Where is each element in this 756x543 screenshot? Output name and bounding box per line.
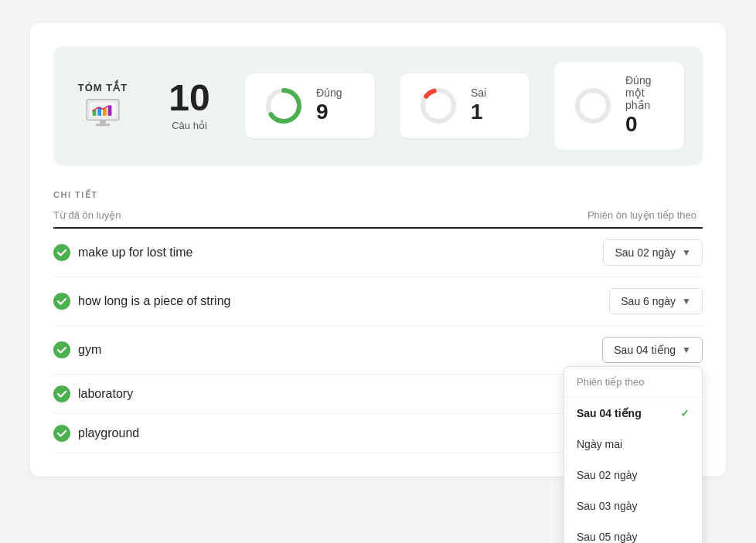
- wrong-stat-card: Sai 1: [400, 73, 530, 138]
- word-cell-2: how long is a piece of string: [53, 277, 447, 325]
- dropdown-option-5[interactable]: Sau 05 ngày: [564, 521, 702, 543]
- check-circle-icon-3: [53, 341, 70, 358]
- wrong-value: 1: [471, 99, 486, 125]
- dropdown-menu-3: Phiên tiếp theo Sau 04 tiếng ✓ Ngày mai: [564, 366, 703, 543]
- table-header-row: Từ đã ôn luyện Phiên ôn luyện tiếp theo: [53, 209, 703, 228]
- partial-stat-info: Đúng một phần 0: [625, 74, 666, 137]
- chevron-icon-2: ▼: [682, 296, 691, 307]
- table-row: gym Sau 04 tiếng ▼: [53, 325, 703, 374]
- dropdown-1: Sau 02 ngày ▼: [603, 239, 703, 266]
- dropdown-value-1: Sau 02 ngày: [615, 246, 676, 259]
- chevron-icon-1: ▼: [682, 247, 691, 258]
- col-schedule-header: Phiên ôn luyện tiếp theo: [447, 209, 703, 228]
- dropdown-option-4[interactable]: Sau 03 ngày: [564, 490, 702, 521]
- dropdown-option-header: Phiên tiếp theo: [564, 367, 702, 398]
- col-word-header: Từ đã ôn luyện: [53, 209, 447, 228]
- word-text-1: make up for lost time: [78, 246, 193, 260]
- word-text-3: gym: [78, 343, 101, 357]
- check-circle-icon-5: [53, 425, 70, 442]
- svg-point-17: [53, 425, 70, 442]
- check-circle-icon-4: [53, 385, 70, 402]
- dropdown-value-3: Sau 04 tiếng: [614, 344, 676, 356]
- svg-rect-7: [95, 124, 110, 127]
- word-cell-3: gym: [53, 325, 447, 374]
- partial-value: 0: [625, 111, 666, 137]
- summary-title-block: TÓM TẮT: [72, 82, 134, 129]
- svg-point-12: [577, 90, 608, 121]
- correct-stat-card: Đúng 9: [245, 73, 375, 138]
- dropdown-btn-1[interactable]: Sau 02 ngày ▼: [603, 239, 703, 266]
- schedule-cell-3: Sau 04 tiếng ▼ Phiên tiếp theo: [447, 325, 703, 374]
- dropdown-option-1[interactable]: Sau 04 tiếng ✓: [564, 398, 702, 429]
- correct-stat-info: Đúng 9: [316, 87, 342, 125]
- svg-rect-4: [103, 109, 107, 117]
- dropdown-2: Sau 6 ngày ▼: [609, 288, 703, 314]
- svg-point-14: [53, 293, 70, 310]
- summary-icon: [83, 97, 123, 129]
- partial-donut: [573, 86, 613, 126]
- table-row: make up for lost time Sau 02 ngày ▼: [53, 228, 703, 277]
- dropdown-option-5-label: Sau 05 ngày: [577, 531, 638, 543]
- table-row: how long is a piece of string Sau 6 ngày…: [53, 277, 703, 325]
- check-circle-icon-1: [53, 244, 70, 261]
- svg-rect-5: [108, 106, 112, 116]
- word-text-4: laboratory: [78, 387, 133, 401]
- page-container: TÓM TẮT 10 Câu hỏi: [30, 23, 726, 477]
- question-number: 10: [169, 80, 209, 117]
- dropdown-option-header-label: Phiên tiếp theo: [577, 376, 645, 388]
- dropdown-value-2: Sau 6 ngày: [621, 295, 676, 307]
- dropdown-option-2[interactable]: Ngày mai: [564, 429, 702, 460]
- word-text-2: how long is a piece of string: [78, 294, 230, 308]
- word-cell-1: make up for lost time: [53, 228, 447, 277]
- schedule-cell-2: Sau 6 ngày ▼: [447, 277, 703, 325]
- svg-rect-6: [100, 120, 106, 124]
- selected-check-icon: ✓: [680, 407, 690, 419]
- detail-section: CHI TIẾT Từ đã ôn luyện Phiên ôn luyện t…: [53, 190, 703, 453]
- dropdown-option-4-label: Sau 03 ngày: [577, 500, 638, 512]
- wrong-stat-info: Sai 1: [471, 87, 486, 125]
- partial-label: Đúng một phần: [625, 74, 666, 111]
- section-title: CHI TIẾT: [53, 190, 703, 200]
- check-circle-icon-2: [53, 293, 70, 310]
- chevron-icon-3: ▼: [682, 344, 691, 355]
- svg-point-13: [53, 244, 70, 261]
- word-cell-4: laboratory: [53, 374, 447, 413]
- dropdown-3: Sau 04 tiếng ▼ Phiên tiếp theo: [602, 337, 703, 363]
- schedule-cell-1: Sau 02 ngày ▼: [447, 228, 703, 277]
- wrong-label: Sai: [471, 87, 486, 99]
- correct-label: Đúng: [316, 87, 342, 99]
- wrong-donut: [418, 86, 458, 126]
- dropdown-option-2-label: Ngày mai: [577, 438, 622, 450]
- word-cell-5: playground: [53, 413, 447, 453]
- dropdown-option-3-label: Sau 02 ngày: [577, 469, 638, 481]
- question-label: Câu hỏi: [172, 120, 207, 131]
- word-text-5: playground: [78, 426, 139, 440]
- detail-table: Từ đã ôn luyện Phiên ôn luyện tiếp theo …: [53, 209, 703, 453]
- partial-stat-card: Đúng một phần 0: [554, 62, 684, 150]
- svg-point-16: [53, 385, 70, 402]
- dropdown-btn-3[interactable]: Sau 04 tiếng ▼: [602, 337, 703, 363]
- svg-point-15: [53, 341, 70, 358]
- correct-value: 9: [316, 99, 342, 125]
- summary-card: TÓM TẮT 10 Câu hỏi: [53, 46, 703, 165]
- question-count-block: 10 Câu hỏi: [158, 80, 220, 131]
- dropdown-btn-2[interactable]: Sau 6 ngày ▼: [609, 288, 703, 314]
- summary-title: TÓM TẮT: [78, 82, 128, 93]
- correct-donut: [264, 86, 304, 126]
- dropdown-option-1-label: Sau 04 tiếng: [577, 407, 642, 419]
- dropdown-option-3[interactable]: Sau 02 ngày: [564, 460, 702, 490]
